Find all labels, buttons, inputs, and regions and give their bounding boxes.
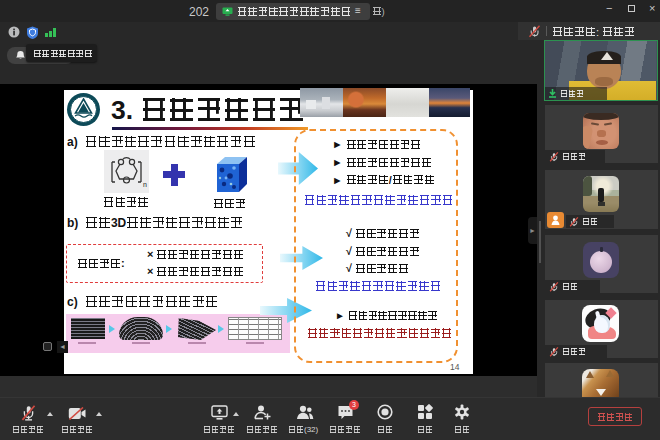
svg-text:n: n <box>143 181 147 188</box>
